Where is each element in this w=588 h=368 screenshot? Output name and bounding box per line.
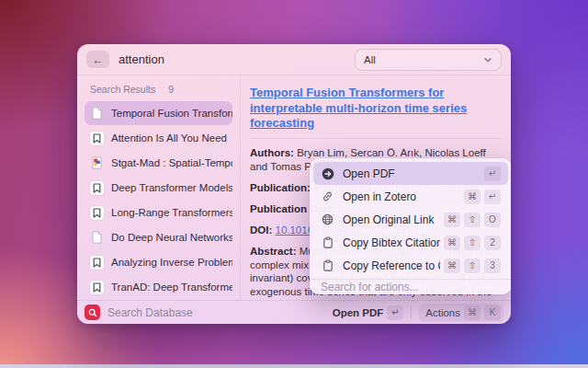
key-digit: 3 bbox=[484, 259, 501, 273]
paper-title-link[interactable]: Temporal Fusion Transformers for interpr… bbox=[250, 86, 502, 132]
key-shift: ⇧ bbox=[464, 213, 481, 227]
link-icon bbox=[321, 190, 334, 203]
list-item-label: Long-Range Transformers for D... bbox=[111, 207, 232, 218]
database-search-input[interactable] bbox=[107, 306, 333, 319]
key-cmd: ⌘ bbox=[464, 305, 481, 320]
menu-item-label: Open in Zotero bbox=[343, 190, 460, 203]
actions-search-input[interactable] bbox=[321, 281, 501, 293]
section-count: 9 bbox=[168, 84, 174, 95]
bookmark-icon bbox=[90, 181, 104, 195]
list-item-label: Attention Is All You Need bbox=[111, 132, 227, 144]
clipboard-icon bbox=[321, 236, 334, 249]
authors-label: Authors: bbox=[250, 147, 294, 158]
key-letter: O bbox=[484, 213, 501, 227]
list-item-label: TranAD: Deep Transformer Net... bbox=[111, 282, 232, 293]
menu-item-label: Copy Reference to Clipboard bbox=[343, 259, 440, 272]
list-item-label: Analyzing Inverse Problems with... bbox=[111, 257, 232, 268]
primary-action-label: Open PDF bbox=[333, 307, 384, 318]
actions-search-row bbox=[310, 279, 511, 294]
list-item[interactable]: TranAD: Deep Transformer Net... bbox=[85, 275, 232, 299]
bookmark-icon bbox=[90, 132, 104, 145]
list-item[interactable]: Stgat-Mad : Spatial-Temporal Gr... bbox=[85, 151, 232, 175]
back-arrow-icon: ← bbox=[93, 53, 104, 66]
window-footer: Open PDF ↵ Actions ⌘ K bbox=[77, 300, 511, 324]
window-header: ← All bbox=[77, 44, 511, 75]
menu-item-open-original-link[interactable]: Open Original Link ⌘ ⇧ O bbox=[313, 208, 508, 231]
section-title: Search Results bbox=[90, 84, 155, 95]
actions-button[interactable]: Actions ⌘ K bbox=[419, 304, 503, 322]
menu-item-open-pdf[interactable]: Open PDF ↵ bbox=[313, 162, 508, 185]
raycast-window: ← All Search Results 9 Temporal Fusion T… bbox=[77, 44, 511, 324]
filter-dropdown-value: All bbox=[364, 54, 483, 65]
globe-icon bbox=[321, 213, 334, 226]
clipboard-icon bbox=[321, 259, 334, 272]
bookmark-icon bbox=[90, 281, 104, 294]
document-icon bbox=[90, 107, 104, 121]
list-item[interactable]: Temporal Fusion Transformers f... bbox=[85, 101, 232, 125]
menu-item-label: Copy Bibtex Citation Key bbox=[343, 236, 440, 249]
menu-item-label: Open Original Link bbox=[343, 213, 440, 226]
key-cmd: ⌘ bbox=[444, 236, 460, 250]
list-item[interactable]: Attention Is All You Need bbox=[85, 126, 232, 150]
key-shift: ⇧ bbox=[464, 259, 481, 273]
divider bbox=[250, 138, 502, 139]
list-item[interactable]: Do Deep Neural Networks Contr... bbox=[85, 225, 232, 249]
key-cmd: ⌘ bbox=[464, 190, 481, 204]
list-item[interactable]: Long-Range Transformers for D... bbox=[85, 201, 232, 224]
actions-button-label: Actions bbox=[425, 307, 460, 318]
key-cmd: ⌘ bbox=[444, 259, 460, 273]
key-shift: ⇧ bbox=[464, 236, 481, 250]
snapshot-icon bbox=[90, 156, 104, 170]
list-item-label: Deep Transformer Models for Ti... bbox=[111, 182, 232, 193]
chevron-down-icon bbox=[483, 55, 492, 64]
key-digit: 2 bbox=[484, 236, 501, 250]
search-icon bbox=[88, 308, 97, 317]
bookmark-icon bbox=[90, 206, 104, 220]
key-return: ↵ bbox=[484, 190, 501, 204]
key-return: ↵ bbox=[484, 167, 501, 181]
key-return: ↵ bbox=[387, 305, 403, 320]
primary-action-button[interactable]: Open PDF ↵ bbox=[333, 305, 404, 320]
key-cmd: ⌘ bbox=[444, 213, 460, 227]
key-letter: K bbox=[484, 305, 501, 320]
arrow-right-circle-icon bbox=[321, 167, 334, 180]
publication-label: Publication: bbox=[250, 182, 311, 193]
menu-item-copy-reference[interactable]: Copy Reference to Clipboard ⌘ ⇧ 3 bbox=[313, 254, 508, 277]
list-item[interactable]: Analyzing Inverse Problems with... bbox=[85, 250, 232, 274]
bookmark-icon bbox=[90, 256, 104, 270]
footer-divider bbox=[411, 306, 412, 318]
menu-item-copy-bibtex[interactable]: Copy Bibtex Citation Key ⌘ ⇧ 2 bbox=[313, 231, 508, 254]
abstract-label: Abstract: bbox=[250, 246, 296, 257]
menu-item-label: Open PDF bbox=[343, 167, 481, 180]
query-input[interactable] bbox=[119, 52, 355, 66]
menu-item-open-in-zotero[interactable]: Open in Zotero ⌘ ↵ bbox=[313, 185, 508, 208]
wallpaper-bottom-strip bbox=[0, 364, 588, 368]
list-item-label: Do Deep Neural Networks Contr... bbox=[111, 232, 232, 243]
search-results-list: Search Results 9 Temporal Fusion Transfo… bbox=[77, 75, 241, 300]
back-button[interactable]: ← bbox=[86, 51, 109, 68]
actions-menu: Open PDF ↵ Open in Zotero ⌘ ↵ Open Origi… bbox=[310, 158, 511, 294]
list-item[interactable]: Deep Transformer Models for Ti... bbox=[85, 176, 232, 200]
doi-label: DOI: bbox=[250, 224, 272, 236]
zotero-search-app-icon bbox=[85, 305, 100, 320]
filter-dropdown[interactable]: All bbox=[355, 49, 502, 71]
section-header: Search Results 9 bbox=[85, 82, 232, 101]
list-item-label: Temporal Fusion Transformers f... bbox=[111, 108, 232, 119]
list-item-label: Stgat-Mad : Spatial-Temporal Gr... bbox=[111, 157, 232, 168]
document-icon bbox=[90, 231, 104, 245]
